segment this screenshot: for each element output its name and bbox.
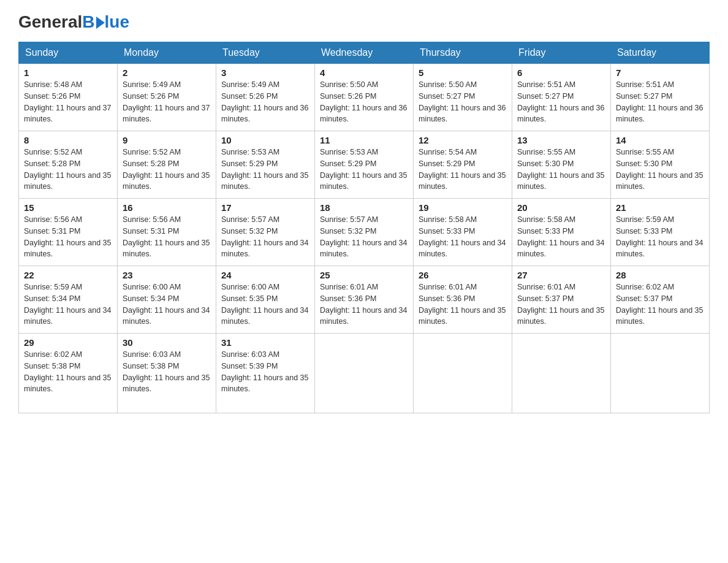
calendar-week-row: 8Sunrise: 5:52 AMSunset: 5:28 PMDaylight… (19, 131, 710, 199)
day-info: Sunrise: 5:50 AMSunset: 5:26 PMDaylight:… (320, 79, 408, 125)
calendar-week-row: 29Sunrise: 6:02 AMSunset: 5:38 PMDayligh… (19, 334, 710, 413)
calendar-cell: 13Sunrise: 5:55 AMSunset: 5:30 PMDayligh… (512, 131, 611, 199)
day-number: 29 (24, 337, 112, 348)
calendar-header-tuesday: Tuesday (216, 42, 315, 64)
day-number: 12 (419, 135, 507, 145)
day-info: Sunrise: 5:58 AMSunset: 5:33 PMDaylight:… (517, 214, 605, 260)
day-number: 5 (419, 67, 507, 78)
day-info: Sunrise: 5:51 AMSunset: 5:27 PMDaylight:… (616, 79, 704, 125)
day-number: 1 (24, 67, 112, 78)
day-number: 18 (320, 202, 408, 213)
calendar-cell: 20Sunrise: 5:58 AMSunset: 5:33 PMDayligh… (512, 199, 611, 266)
calendar-cell: 11Sunrise: 5:53 AMSunset: 5:29 PMDayligh… (315, 131, 414, 199)
calendar-cell: 10Sunrise: 5:53 AMSunset: 5:29 PMDayligh… (216, 131, 315, 199)
calendar-cell: 6Sunrise: 5:51 AMSunset: 5:27 PMDaylight… (512, 64, 611, 131)
day-number: 23 (123, 270, 211, 280)
day-number: 22 (24, 270, 112, 280)
day-info: Sunrise: 5:51 AMSunset: 5:27 PMDaylight:… (517, 79, 605, 125)
day-number: 13 (517, 135, 605, 145)
calendar-week-row: 15Sunrise: 5:56 AMSunset: 5:31 PMDayligh… (19, 199, 710, 266)
day-number: 26 (419, 270, 507, 280)
day-number: 24 (221, 270, 309, 280)
day-number: 16 (123, 202, 211, 213)
day-info: Sunrise: 6:02 AMSunset: 5:37 PMDaylight:… (616, 282, 704, 327)
day-info: Sunrise: 5:57 AMSunset: 5:32 PMDaylight:… (221, 214, 309, 260)
day-number: 31 (221, 337, 309, 348)
day-info: Sunrise: 5:53 AMSunset: 5:29 PMDaylight:… (221, 147, 309, 193)
calendar-cell: 26Sunrise: 6:01 AMSunset: 5:36 PMDayligh… (414, 266, 512, 334)
calendar-week-row: 22Sunrise: 5:59 AMSunset: 5:34 PMDayligh… (19, 266, 710, 334)
logo: General B lue (18, 12, 129, 32)
page-header: General B lue (18, 12, 710, 32)
day-info: Sunrise: 5:55 AMSunset: 5:30 PMDaylight:… (517, 147, 605, 193)
calendar-cell: 21Sunrise: 5:59 AMSunset: 5:33 PMDayligh… (611, 199, 710, 266)
logo-blue-part: B lue (82, 12, 129, 32)
day-info: Sunrise: 6:03 AMSunset: 5:38 PMDaylight:… (123, 349, 211, 395)
day-info: Sunrise: 6:01 AMSunset: 5:36 PMDaylight:… (419, 282, 507, 327)
calendar-cell: 24Sunrise: 6:00 AMSunset: 5:35 PMDayligh… (216, 266, 315, 334)
calendar-header-sunday: Sunday (19, 42, 118, 64)
calendar-cell: 19Sunrise: 5:58 AMSunset: 5:33 PMDayligh… (414, 199, 512, 266)
calendar-cell: 2Sunrise: 5:49 AMSunset: 5:26 PMDaylight… (118, 64, 216, 131)
day-info: Sunrise: 5:56 AMSunset: 5:31 PMDaylight:… (24, 214, 112, 260)
day-number: 2 (123, 67, 211, 78)
calendar-cell: 25Sunrise: 6:01 AMSunset: 5:36 PMDayligh… (315, 266, 414, 334)
day-info: Sunrise: 5:49 AMSunset: 5:26 PMDaylight:… (221, 79, 309, 125)
calendar-header-friday: Friday (512, 42, 611, 64)
day-number: 20 (517, 202, 605, 213)
day-number: 15 (24, 202, 112, 213)
day-info: Sunrise: 5:58 AMSunset: 5:33 PMDaylight:… (419, 214, 507, 260)
calendar-cell (611, 334, 710, 413)
day-info: Sunrise: 5:53 AMSunset: 5:29 PMDaylight:… (320, 147, 408, 193)
day-number: 27 (517, 270, 605, 280)
day-info: Sunrise: 5:54 AMSunset: 5:29 PMDaylight:… (419, 147, 507, 193)
logo-lue: lue (105, 12, 129, 32)
calendar-cell: 18Sunrise: 5:57 AMSunset: 5:32 PMDayligh… (315, 199, 414, 266)
calendar-cell: 28Sunrise: 6:02 AMSunset: 5:37 PMDayligh… (611, 266, 710, 334)
logo-b: B (82, 12, 94, 32)
day-number: 19 (419, 202, 507, 213)
day-number: 6 (517, 67, 605, 78)
calendar-table: SundayMondayTuesdayWednesdayThursdayFrid… (18, 42, 710, 413)
calendar-cell: 8Sunrise: 5:52 AMSunset: 5:28 PMDaylight… (19, 131, 118, 199)
day-number: 9 (123, 135, 211, 145)
logo-arrow-icon (96, 17, 105, 29)
day-info: Sunrise: 5:59 AMSunset: 5:34 PMDaylight:… (24, 282, 112, 327)
calendar-cell (315, 334, 414, 413)
calendar-cell: 30Sunrise: 6:03 AMSunset: 5:38 PMDayligh… (118, 334, 216, 413)
day-info: Sunrise: 5:56 AMSunset: 5:31 PMDaylight:… (123, 214, 211, 260)
day-info: Sunrise: 5:57 AMSunset: 5:32 PMDaylight:… (320, 214, 408, 260)
calendar-cell: 22Sunrise: 5:59 AMSunset: 5:34 PMDayligh… (19, 266, 118, 334)
calendar-cell: 9Sunrise: 5:52 AMSunset: 5:28 PMDaylight… (118, 131, 216, 199)
calendar-header-row: SundayMondayTuesdayWednesdayThursdayFrid… (19, 42, 710, 64)
calendar-body: 1Sunrise: 5:48 AMSunset: 5:26 PMDaylight… (19, 64, 710, 413)
day-number: 25 (320, 270, 408, 280)
day-info: Sunrise: 5:52 AMSunset: 5:28 PMDaylight:… (24, 147, 112, 193)
calendar-header-monday: Monday (118, 42, 216, 64)
calendar-cell: 1Sunrise: 5:48 AMSunset: 5:26 PMDaylight… (19, 64, 118, 131)
day-number: 17 (221, 202, 309, 213)
calendar-week-row: 1Sunrise: 5:48 AMSunset: 5:26 PMDaylight… (19, 64, 710, 131)
calendar-cell: 5Sunrise: 5:50 AMSunset: 5:27 PMDaylight… (414, 64, 512, 131)
day-number: 7 (616, 67, 704, 78)
day-info: Sunrise: 5:48 AMSunset: 5:26 PMDaylight:… (24, 79, 112, 125)
calendar-header-saturday: Saturday (611, 42, 710, 64)
day-number: 11 (320, 135, 408, 145)
day-number: 28 (616, 270, 704, 280)
day-number: 4 (320, 67, 408, 78)
calendar-header-thursday: Thursday (414, 42, 512, 64)
day-info: Sunrise: 6:01 AMSunset: 5:37 PMDaylight:… (517, 282, 605, 327)
day-number: 30 (123, 337, 211, 348)
day-info: Sunrise: 5:55 AMSunset: 5:30 PMDaylight:… (616, 147, 704, 193)
calendar-cell: 31Sunrise: 6:03 AMSunset: 5:39 PMDayligh… (216, 334, 315, 413)
day-info: Sunrise: 6:00 AMSunset: 5:35 PMDaylight:… (221, 282, 309, 327)
day-number: 14 (616, 135, 704, 145)
calendar-header-wednesday: Wednesday (315, 42, 414, 64)
calendar-cell: 29Sunrise: 6:02 AMSunset: 5:38 PMDayligh… (19, 334, 118, 413)
day-info: Sunrise: 5:49 AMSunset: 5:26 PMDaylight:… (123, 79, 211, 125)
calendar-cell: 16Sunrise: 5:56 AMSunset: 5:31 PMDayligh… (118, 199, 216, 266)
calendar-cell: 12Sunrise: 5:54 AMSunset: 5:29 PMDayligh… (414, 131, 512, 199)
day-info: Sunrise: 5:52 AMSunset: 5:28 PMDaylight:… (123, 147, 211, 193)
calendar-cell: 14Sunrise: 5:55 AMSunset: 5:30 PMDayligh… (611, 131, 710, 199)
calendar-cell: 15Sunrise: 5:56 AMSunset: 5:31 PMDayligh… (19, 199, 118, 266)
